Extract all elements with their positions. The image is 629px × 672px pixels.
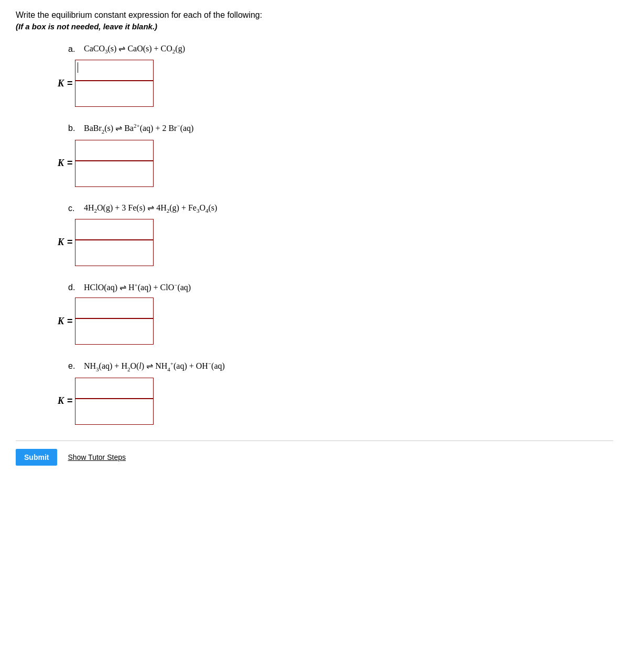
answer-input-top-d[interactable] — [75, 298, 153, 318]
equals-e: = — [67, 395, 73, 406]
problem-c: c. 4H2O(g) + 3 Fe(s) ⇌ 4H2(g) + Fe3O4(s)… — [16, 203, 613, 266]
answer-box-e[interactable] — [75, 378, 154, 425]
equation-text-d: HClO(aq) ⇌ H+(aq) + ClO−(aq) — [84, 282, 191, 292]
equals-c: = — [67, 237, 73, 248]
equation-row-e: e. NH3(aq) + H2O(l) ⇌ NH4+(aq) + OH−(aq) — [68, 360, 613, 372]
answer-input-top-c[interactable] — [75, 219, 153, 239]
answer-input-top-a[interactable] — [75, 60, 153, 80]
problem-a: a. CaCO3(s) ⇌ CaO(s) + CO2(g) K = — [16, 43, 613, 107]
equation-row-b: b. BaBr2(s) ⇌ Ba2+(aq) + 2 Br−(aq) — [68, 123, 613, 135]
answer-row-c: K = — [58, 219, 613, 266]
equation-row-d: d. HClO(aq) ⇌ H+(aq) + ClO−(aq) — [68, 282, 613, 292]
answer-box-c[interactable] — [75, 219, 154, 266]
k-label-a: K — [58, 78, 64, 89]
k-label-b: K — [58, 158, 64, 169]
answer-box-d[interactable] — [75, 298, 154, 345]
k-label-e: K — [58, 395, 64, 406]
submit-button[interactable]: Submit — [16, 449, 57, 466]
show-tutor-steps-button[interactable]: Show Tutor Steps — [68, 453, 126, 461]
problem-b: b. BaBr2(s) ⇌ Ba2+(aq) + 2 Br−(aq) K = — [16, 123, 613, 187]
equation-text-c: 4H2O(g) + 3 Fe(s) ⇌ 4H2(g) + Fe3O4(s) — [84, 203, 217, 214]
answer-input-bottom-c[interactable] — [75, 239, 153, 266]
equals-d: = — [67, 316, 73, 327]
sub-instruction: (If a box is not needed, leave it blank.… — [16, 22, 613, 31]
answer-input-bottom-a[interactable] — [75, 80, 153, 106]
answer-row-a: K = — [58, 60, 613, 107]
equation-label-b: b. — [68, 123, 84, 133]
k-label-c: K — [58, 237, 64, 248]
answer-input-bottom-b[interactable] — [75, 160, 153, 186]
answer-input-top-b[interactable] — [75, 140, 153, 160]
main-instruction: Write the equilibrium constant expressio… — [16, 10, 613, 20]
answer-row-e: K = — [58, 378, 613, 425]
problem-d: d. HClO(aq) ⇌ H+(aq) + ClO−(aq) K = — [16, 282, 613, 345]
equation-label-d: d. — [68, 282, 84, 292]
answer-input-top-e[interactable] — [75, 378, 153, 398]
equals-a: = — [67, 78, 73, 89]
answer-box-a[interactable] — [75, 60, 154, 107]
answer-input-bottom-e[interactable] — [75, 398, 153, 424]
footer: Submit Show Tutor Steps — [16, 440, 613, 466]
k-label-d: K — [58, 316, 64, 327]
equation-row-c: c. 4H2O(g) + 3 Fe(s) ⇌ 4H2(g) + Fe3O4(s) — [68, 203, 613, 214]
answer-row-b: K = — [58, 140, 613, 187]
equation-row-a: a. CaCO3(s) ⇌ CaO(s) + CO2(g) — [68, 43, 613, 54]
equation-label-e: e. — [68, 360, 84, 371]
equation-label-a: a. — [68, 43, 84, 54]
equation-text-a: CaCO3(s) ⇌ CaO(s) + CO2(g) — [84, 43, 185, 54]
equation-text-b: BaBr2(s) ⇌ Ba2+(aq) + 2 Br−(aq) — [84, 123, 193, 135]
answer-row-d: K = — [58, 298, 613, 345]
problem-e: e. NH3(aq) + H2O(l) ⇌ NH4+(aq) + OH−(aq)… — [16, 360, 613, 425]
equals-b: = — [67, 158, 73, 169]
answer-input-bottom-d[interactable] — [75, 318, 153, 344]
equation-text-e: NH3(aq) + H2O(l) ⇌ NH4+(aq) + OH−(aq) — [84, 360, 225, 372]
answer-box-b[interactable] — [75, 140, 154, 187]
equation-label-c: c. — [68, 203, 84, 213]
